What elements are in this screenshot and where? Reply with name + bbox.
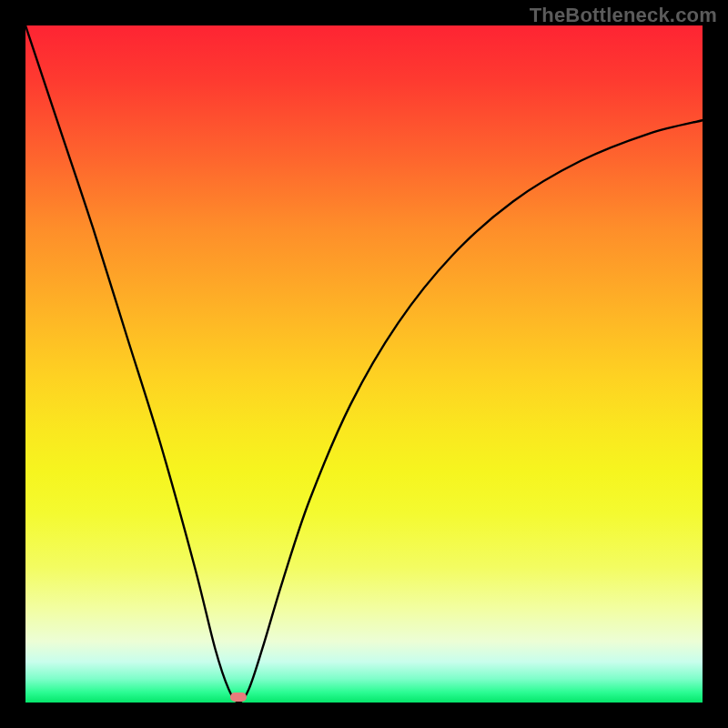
chart-frame: TheBottleneck.com: [0, 0, 728, 728]
plot-area: [25, 25, 703, 703]
optimal-marker: [230, 693, 247, 702]
watermark-text: TheBottleneck.com: [530, 4, 717, 27]
bottleneck-curve: [25, 25, 703, 703]
